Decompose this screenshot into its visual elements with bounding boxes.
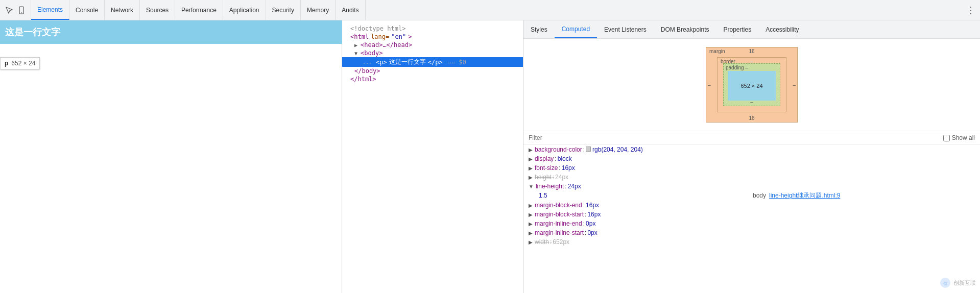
css-prop-display[interactable]: ▶ display : block [523, 154, 980, 163]
bg-color-swatch[interactable] [586, 146, 591, 152]
preview-panel: 这是一行文字 p 652 × 24 [0, 20, 342, 293]
padding-label: padding – [726, 65, 748, 70]
mobile-icon[interactable] [16, 5, 27, 15]
dom-head-triangle: ▶ [354, 42, 357, 48]
main-content: 这是一行文字 p 652 × 24 <!doctype html> <html … [0, 20, 980, 293]
tooltip-size: 652 × 24 [11, 60, 35, 67]
css-val-display: block [558, 155, 975, 162]
computed-panel: Styles Computed Event Listeners DOM Brea… [523, 20, 980, 293]
dom-html-close: > [408, 33, 412, 40]
tab-console[interactable]: Console [69, 0, 105, 20]
show-all-check[interactable] [943, 135, 950, 141]
tab-memory[interactable]: Memory [301, 0, 336, 20]
tab-network[interactable]: Network [105, 0, 140, 20]
filter-bar: Show all [523, 131, 980, 145]
tab-accessibility[interactable]: Accessibility [758, 20, 806, 38]
content-box: 652 × 24 [728, 71, 776, 101]
css-expand-icon-mis: ▶ [529, 230, 533, 236]
css-val-height: 24px [555, 174, 975, 181]
css-name-height: height [535, 174, 552, 181]
tab-application[interactable]: Application [223, 0, 266, 20]
css-prop-margin-inline-end[interactable]: ▶ margin-inline-end : 0px [523, 219, 980, 228]
devtools-tabs: Elements Console Network Sources Perform… [31, 0, 366, 20]
margin-bottom-value: 16 [749, 115, 754, 121]
css-val-width: 652px [553, 238, 975, 246]
dom-html-tag: <html [350, 33, 369, 40]
css-prop-width[interactable]: ▶ width : 652px [523, 237, 980, 247]
content-size: 652 × 24 [740, 83, 762, 89]
margin-top-value: 16 [749, 48, 754, 54]
css-name-margin-inline-end: margin-inline-end [535, 220, 582, 227]
margin-right-value: – [793, 82, 796, 88]
filter-input[interactable] [529, 134, 939, 141]
tab-properties[interactable]: Properties [716, 20, 758, 38]
css-expand-icon-display: ▶ [529, 156, 533, 162]
watermark: 创 创新互联 [939, 277, 976, 289]
box-model: margin 16 16 – – border – padding – 652 … [706, 47, 798, 123]
css-sub-lh-link[interactable]: line-height继承问题.html:9 [769, 191, 980, 200]
tab-audits[interactable]: Audits [336, 0, 365, 20]
computed-tabs: Styles Computed Event Listeners DOM Brea… [523, 20, 980, 39]
dom-body-triangle: ▼ [354, 51, 357, 56]
css-name-background-color: background-color [535, 146, 582, 153]
css-prop-height[interactable]: ▶ height : 24px [523, 173, 980, 182]
css-val-line-height: 24px [568, 183, 975, 190]
margin-label: margin [709, 48, 725, 54]
dom-line-doctype[interactable]: <!doctype html> [342, 25, 523, 33]
dom-p-open: <p> [376, 59, 387, 66]
dom-body-close-tag: </body> [354, 67, 380, 75]
css-prop-margin-block-end[interactable]: ▶ margin-block-end : 16px [523, 201, 980, 210]
css-expand-icon-mie: ▶ [529, 221, 533, 227]
css-val-margin-inline-start: 0px [587, 229, 975, 236]
watermark-text: 创新互联 [953, 279, 976, 287]
dom-body-tag: <body> [361, 50, 383, 57]
css-expand-icon-font-size: ▶ [529, 165, 533, 171]
more-options[interactable]: ⋮ [962, 0, 980, 20]
css-val-margin-block-end: 16px [586, 202, 975, 209]
css-expand-icon-line-height: ▼ [529, 184, 534, 189]
css-prop-line-height[interactable]: ▼ line-height : 24px [523, 182, 980, 191]
tab-computed[interactable]: Computed [555, 20, 597, 38]
margin-left-value: – [708, 82, 711, 88]
box-model-container: margin 16 16 – – border – padding – 652 … [523, 39, 980, 131]
css-prop-margin-inline-start[interactable]: ▶ margin-inline-start : 0px [523, 228, 980, 237]
dom-lang-val: "en" [391, 33, 406, 40]
css-name-font-size: font-size [535, 164, 558, 172]
dom-line-html[interactable]: <html lang="en"> [342, 33, 523, 41]
css-sub-lh-value: 1.5 [539, 192, 750, 199]
dom-line-p-selected[interactable]: ... <p>这是一行文字</p> == $0 [342, 57, 523, 67]
tab-sources[interactable]: Sources [140, 0, 175, 20]
tab-performance[interactable]: Performance [175, 0, 223, 20]
tab-dom-breakpoints[interactable]: DOM Breakpoints [654, 20, 716, 38]
dom-line-body[interactable]: ▼ <body> [342, 49, 523, 57]
css-name-width: width [535, 238, 549, 246]
dom-lang-attr: lang= [371, 33, 389, 40]
tab-security[interactable]: Security [266, 0, 301, 20]
css-name-margin-block-start: margin-block-start [535, 211, 584, 218]
css-sub-line-height: 1.5 body line-height继承问题.html:9 [523, 191, 980, 201]
dom-html-close-tag: </html> [350, 76, 376, 83]
tab-styles[interactable]: Styles [523, 20, 555, 38]
element-size-tooltip: p 652 × 24 [0, 57, 40, 69]
css-val-font-size: 16px [562, 164, 975, 172]
tab-elements[interactable]: Elements [31, 0, 69, 20]
css-expand-icon-width: ▶ [529, 239, 533, 245]
show-all-label: Show all [952, 134, 975, 141]
css-expand-icon-mbe: ▶ [529, 203, 533, 208]
tooltip-tag: p [5, 60, 8, 67]
css-prop-font-size[interactable]: ▶ font-size : 16px [523, 163, 980, 173]
show-all-checkbox[interactable]: Show all [943, 134, 975, 141]
dom-line-body-close[interactable]: </body> [342, 67, 523, 75]
cursor-icon[interactable] [4, 5, 14, 15]
preview-text-bar: 这是一行文字 [0, 20, 342, 44]
dom-line-head[interactable]: ▶ <head>…</head> [342, 41, 523, 49]
css-expand-icon-height: ▶ [529, 175, 533, 180]
dom-line-html-close[interactable]: </html> [342, 75, 523, 83]
css-val-background-color: rgb(204, 204, 204) [592, 146, 975, 153]
dom-p-text: 这是一行文字 [389, 58, 426, 66]
tab-event-listeners[interactable]: Event Listeners [597, 20, 654, 38]
watermark-icon: 创 [939, 277, 951, 289]
css-expand-icon-bg: ▶ [529, 147, 533, 153]
css-prop-margin-block-start[interactable]: ▶ margin-block-start : 16px [523, 210, 980, 219]
css-prop-background-color[interactable]: ▶ background-color : rgb(204, 204, 204) [523, 145, 980, 154]
